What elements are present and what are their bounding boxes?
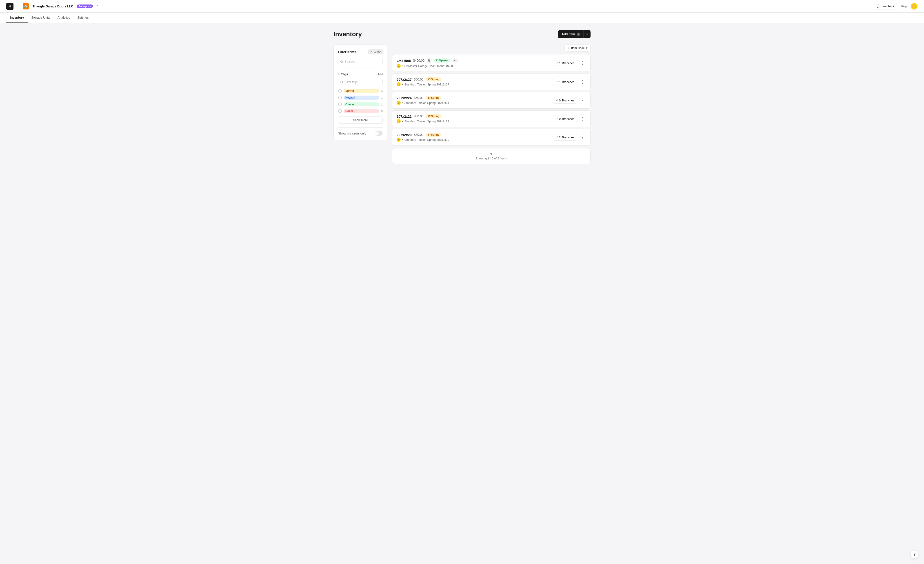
- item-top-lm84505: LM84505 $400.00 ⎘ 🏷 Opener +1: [397, 58, 550, 63]
- item-avatar-207x2x27: 😊: [397, 82, 400, 86]
- item-bullet-207x2x20: •: [402, 138, 403, 141]
- branch-label-207x2x22: Branches: [562, 117, 574, 120]
- more-menu-button-207x2x22[interactable]: ⋮: [579, 115, 586, 122]
- tag-badge-opener[interactable]: Opener: [344, 102, 379, 106]
- feedback-button[interactable]: 💬 Feedback: [874, 3, 897, 9]
- item-code-207x2x27[interactable]: 207x2x27: [397, 78, 412, 81]
- filter-panel: Filter Items ✕ Clear ▾ Tags Add Spring: [333, 45, 387, 140]
- more-menu-button-207x2x24[interactable]: ⋮: [579, 97, 586, 104]
- item-bullet-lm84505: •: [402, 64, 403, 68]
- item-code-207x2x22[interactable]: 207x2x22: [397, 114, 412, 118]
- tab-storage-units[interactable]: Storage Units: [28, 13, 54, 23]
- tags-filter-input[interactable]: [338, 79, 382, 85]
- item-code-lm84505[interactable]: LM84505: [397, 59, 411, 63]
- item-right-207x2x20: ⑂ 2 Branches ⋮: [553, 134, 586, 141]
- filter-search-input[interactable]: [338, 58, 382, 65]
- app-logo: R: [6, 3, 14, 10]
- item-description-207x2x27: Standard Torsion Spring 207x2x27: [405, 83, 449, 86]
- item-avatar-207x2x22: 😊: [397, 119, 400, 123]
- tag-radio-opener[interactable]: [338, 102, 342, 106]
- filter-header: Filter Items ✕ Clear: [338, 49, 382, 54]
- filter-bottom-divider: [338, 127, 382, 128]
- branches-button-207x2x27[interactable]: ⑂ 1 Branches: [553, 79, 577, 85]
- tag-item-roller: Roller 0: [338, 108, 382, 114]
- expand-icon[interactable]: ⌃: [96, 5, 99, 8]
- item-extra-tags-lm84505: +1: [452, 59, 458, 62]
- tag-badge-keypad[interactable]: Keypad: [344, 96, 379, 99]
- add-item-button[interactable]: Add item I: [558, 30, 584, 38]
- item-right-207x2x24: ⑂ 0 Branches ⋮: [553, 97, 586, 104]
- tab-navigation: Inventory Storage Units Analytics Settin…: [0, 13, 924, 23]
- item-top-207x2x27: 207x2x27 $50.00 🏷 Spring: [397, 77, 550, 81]
- item-info-lm84505: LM84505 $400.00 ⎘ 🏷 Opener +1 😊 • LiftMa…: [397, 58, 550, 68]
- item-card-207x2x24: 207x2x24 $50.00 🏷 Spring 😊 • Standard To…: [392, 92, 591, 108]
- item-top-207x2x20: 207x2x20 $50.00 🏷 Spring: [397, 133, 550, 137]
- branch-icon-207x2x27: ⑂: [556, 80, 558, 84]
- branches-button-207x2x22[interactable]: ⑂ 0 Branches: [553, 116, 577, 122]
- tag-badge-roller[interactable]: Roller: [344, 109, 379, 113]
- item-info-207x2x22: 207x2x22 $50.00 🏷 Spring 😊 • Standard To…: [397, 114, 550, 123]
- tag-radio-roller[interactable]: [338, 109, 342, 113]
- tag-item-opener: Opener 1: [338, 101, 382, 108]
- branches-button-lm84505[interactable]: ⑂ 1 Branches: [553, 60, 577, 66]
- branch-count-207x2x22: 0: [559, 117, 561, 120]
- branches-button-207x2x20[interactable]: ⑂ 2 Branches: [553, 134, 577, 141]
- item-card-207x2x20: 207x2x20 $50.00 🏷 Spring 😊 • Standard To…: [392, 129, 591, 146]
- clear-button[interactable]: ✕ Clear: [368, 49, 382, 54]
- item-bullet-207x2x24: •: [402, 101, 403, 105]
- branch-label-207x2x27: Branches: [562, 80, 574, 84]
- page-header: Inventory Add item I ▾: [333, 30, 591, 38]
- avatar[interactable]: 😊: [910, 3, 918, 10]
- item-sub-207x2x24: 😊 • Standard Torsion Spring 207x2x24: [397, 101, 550, 105]
- tag-badge-spring[interactable]: Spring: [344, 89, 379, 93]
- show-my-items-row: Show my items only: [338, 131, 382, 135]
- add-item-group: Add item I ▾: [558, 30, 591, 38]
- item-tag-spring-207x2x20[interactable]: 🏷 Spring: [426, 133, 441, 137]
- tag-radio-spring[interactable]: [338, 89, 342, 93]
- tab-settings[interactable]: Settings: [74, 13, 92, 23]
- tag-count-keypad: 1: [381, 96, 382, 99]
- branches-button-207x2x24[interactable]: ⑂ 0 Branches: [553, 97, 577, 104]
- item-code-207x2x20[interactable]: 207x2x20: [397, 133, 412, 137]
- show-more-button[interactable]: Show more: [338, 116, 382, 124]
- item-tag-spring-207x2x24[interactable]: 🏷 Spring: [426, 96, 441, 100]
- item-description-207x2x20: Standard Torsion Spring 207x2x20: [405, 138, 449, 141]
- tag-radio-keypad[interactable]: [338, 96, 342, 99]
- branch-icon-207x2x24: ⑂: [556, 99, 558, 102]
- add-tag-button[interactable]: Add: [378, 73, 382, 76]
- more-menu-button-207x2x20[interactable]: ⋮: [579, 134, 586, 141]
- branch-label-207x2x24: Branches: [562, 99, 574, 102]
- content-layout: Filter Items ✕ Clear ▾ Tags Add Spring: [333, 45, 591, 164]
- item-description-207x2x22: Standard Torsion Spring 207x2x22: [405, 120, 449, 123]
- item-tag-spring-207x2x22[interactable]: 🏷 Spring: [426, 114, 441, 118]
- more-menu-button-lm84505[interactable]: ⋮: [579, 60, 586, 66]
- item-sub-207x2x27: 😊 • Standard Torsion Spring 207x2x27: [397, 82, 550, 86]
- item-price-207x2x22: $50.00: [414, 114, 424, 118]
- page-number[interactable]: 1: [396, 152, 587, 156]
- sort-button[interactable]: ⇅ Item Code ▾: [564, 45, 591, 51]
- item-description-207x2x24: Standard Torsion Spring 207x2x24: [405, 101, 449, 105]
- feedback-icon: 💬: [877, 5, 880, 8]
- item-card-207x2x22: 207x2x22 $50.00 🏷 Spring 😊 • Standard To…: [392, 110, 591, 127]
- item-avatar-lm84505: 😊: [397, 64, 400, 68]
- add-item-dropdown-button[interactable]: ▾: [584, 30, 591, 38]
- page-info: Showing 1 - 5 of 5 items: [396, 157, 587, 160]
- item-bullet-207x2x27: •: [402, 83, 403, 86]
- help-link[interactable]: Help: [901, 5, 907, 8]
- item-code-207x2x24[interactable]: 207x2x24: [397, 96, 412, 100]
- tab-analytics[interactable]: Analytics: [54, 13, 74, 23]
- more-menu-button-207x2x27[interactable]: ⋮: [579, 78, 586, 85]
- chevron-down-icon[interactable]: ▾: [338, 73, 339, 76]
- item-right-207x2x22: ⑂ 0 Branches ⋮: [553, 115, 586, 122]
- tags-section-header: ▾ Tags Add: [338, 72, 382, 76]
- item-sub-207x2x20: 😊 • Standard Torsion Spring 207x2x20: [397, 138, 550, 142]
- main-content: Inventory Add item I ▾ Filter Items ✕ Cl…: [327, 23, 597, 171]
- show-my-items-toggle[interactable]: [375, 131, 382, 135]
- item-tag-opener-lm84505[interactable]: 🏷 Opener: [434, 59, 450, 63]
- tags-label: Tags: [341, 72, 348, 76]
- item-copy-button-lm84505[interactable]: ⎘: [427, 58, 432, 63]
- tab-inventory[interactable]: Inventory: [6, 13, 28, 23]
- page-title: Inventory: [333, 31, 362, 38]
- item-tag-spring-207x2x27[interactable]: 🏷 Spring: [426, 77, 441, 81]
- company-icon: 🏠: [23, 3, 29, 9]
